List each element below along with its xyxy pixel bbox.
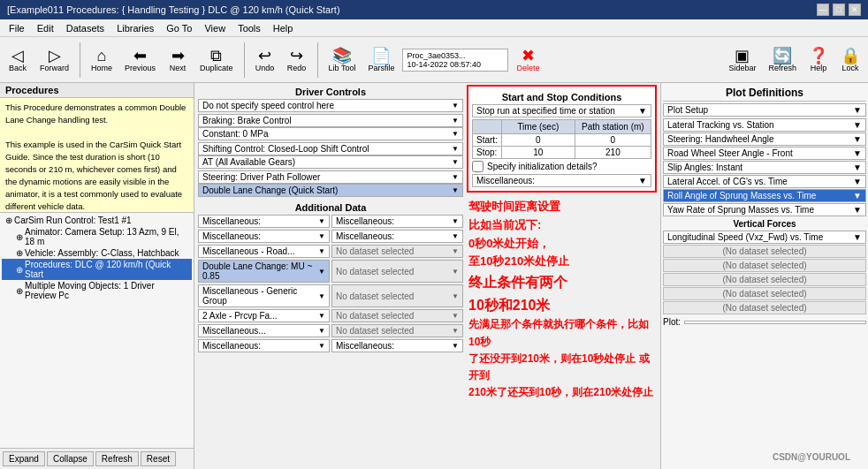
- menu-datasets[interactable]: Datasets: [61, 22, 110, 34]
- plot-yaw-rate[interactable]: Yaw Rate of Sprung Masses vs. Time ▼: [663, 203, 866, 216]
- menu-goto[interactable]: Go To: [161, 22, 197, 34]
- delete-button[interactable]: ✖ Delete: [512, 45, 544, 75]
- redo-button[interactable]: ↪ Redo: [283, 45, 311, 75]
- plot-roll-angle[interactable]: Roll Angle of Sprung Masses vs. Time ▼: [663, 189, 866, 202]
- refresh-button[interactable]: 🔄 Refresh: [764, 45, 801, 75]
- misc-dropdown-1[interactable]: Miscellaneous: ▼: [472, 174, 651, 187]
- home-button[interactable]: ⌂ Home: [87, 45, 117, 75]
- procedures-desc-text: This Procedure demonstrates a common Dou…: [5, 102, 187, 213]
- tree-item-moving-objects[interactable]: ⊕ Multiple Moving Objects: 1 Driver Prev…: [2, 280, 192, 301]
- minimize-button[interactable]: —: [817, 4, 829, 16]
- stop-time-cell[interactable]: [501, 147, 575, 159]
- plot-steering[interactable]: Steering: Handwheel Angle ▼: [663, 132, 866, 146]
- toolbar-sep-1: [80, 42, 80, 78]
- gears-dropdown[interactable]: AT (All Available Gears): [198, 155, 463, 169]
- add-misc-2b[interactable]: Miscellaneous:: [331, 230, 463, 243]
- bottom-misc-a[interactable]: Miscellaneous:: [198, 339, 330, 352]
- title-bar: [Example011 Procedures: { Handling Testi…: [0, 0, 868, 19]
- menu-view[interactable]: View: [199, 22, 231, 34]
- bottom-misc-b[interactable]: Miscellaneous:: [331, 339, 463, 352]
- add-misc-1b[interactable]: Miscellaneous:: [331, 215, 463, 228]
- tree-item-run-control[interactable]: ⊕ CarSim Run Control: Test1 #1: [2, 215, 192, 226]
- speed-control-dropdown[interactable]: Do not specify speed control here: [198, 99, 463, 112]
- lock-button[interactable]: 🔒 Lock: [836, 45, 864, 75]
- start-time-input[interactable]: [503, 135, 574, 145]
- tree-expand-icon: ⊕: [5, 216, 12, 225]
- toolbar-sep-2: [244, 42, 245, 78]
- plot-lateral-accel[interactable]: Lateral Accel. of CG's vs. Time ▼: [663, 175, 866, 188]
- add-2axle[interactable]: 2 Axle - Prcvp Fa...: [198, 309, 330, 322]
- menu-file[interactable]: File: [4, 22, 30, 34]
- back-button[interactable]: ◁ Back: [4, 45, 32, 75]
- expand-button[interactable]: Expand: [3, 451, 45, 466]
- tree-item-animator[interactable]: ⊕ Animator: Camera Setup: 13 Azm, 9 El, …: [2, 226, 192, 247]
- braking-row: Braking: Brake Control Constant: 0 MPa: [198, 114, 463, 140]
- tree-expand-icon-4: ⊕: [16, 265, 23, 275]
- add-misc-2a[interactable]: Miscellaneous:: [198, 230, 330, 243]
- back-icon: ◁: [11, 48, 24, 64]
- add-misc-last[interactable]: Miscellaneous...: [198, 324, 330, 337]
- left-panel-buttons: Expand Collapse Refresh Reset: [0, 448, 194, 469]
- add-misc-5b[interactable]: No dataset selected: [331, 309, 463, 322]
- stop-station-input[interactable]: [576, 148, 650, 157]
- next-button[interactable]: ➡ Next: [164, 45, 192, 75]
- reset-button[interactable]: Reset: [141, 451, 176, 466]
- no-dataset-5: (No dataset selected): [663, 301, 866, 314]
- add-misc-1a[interactable]: Miscellaneous:: [198, 215, 330, 228]
- plot-road-wheel[interactable]: Road Wheel Steer Angle - Front ▼: [663, 147, 866, 160]
- lib-tool-button[interactable]: 📚 Lib Tool: [324, 45, 361, 75]
- maximize-button[interactable]: □: [833, 4, 845, 16]
- add-misc-3b[interactable]: No dataset selected: [331, 245, 463, 258]
- undo-button[interactable]: ↩ Undo: [251, 45, 279, 75]
- start-time-cell[interactable]: [501, 134, 575, 147]
- menu-help[interactable]: Help: [268, 22, 299, 34]
- additional-data-title: Additional Data: [198, 200, 463, 215]
- refresh-tree-button[interactable]: Refresh: [95, 451, 139, 466]
- tree-expand-icon-3: ⊕: [16, 248, 23, 258]
- plot-longitudinal[interactable]: Longitudinal Speed (Vxz_Fwd) vs. Time ▼: [663, 231, 866, 244]
- no-dataset-1: (No dataset selected): [663, 245, 866, 258]
- help-button[interactable]: ❓ Help: [804, 45, 833, 75]
- steering-dropdown[interactable]: Steering: Driver Path Follower: [198, 170, 463, 184]
- parsfile-button[interactable]: 📄 Parsfile: [363, 45, 399, 75]
- center-main: Driver Controls Do not specify speed con…: [194, 83, 660, 469]
- add-misc-road[interactable]: Miscellaneous - Road...: [198, 245, 330, 258]
- plot-lateral-tracking[interactable]: Lateral Tracking vs. Station ▼: [663, 118, 866, 132]
- init-details-checkbox[interactable]: [472, 161, 483, 172]
- add-dlc-b[interactable]: No dataset selected: [331, 260, 463, 283]
- drive-path-dropdown[interactable]: Double Lane Change (Quick Start): [198, 184, 463, 197]
- add-misc-generic[interactable]: Miscellaneous - Generic Group: [198, 284, 330, 307]
- menu-edit[interactable]: Edit: [32, 22, 59, 34]
- collapse-button[interactable]: Collapse: [47, 451, 94, 466]
- start-station-input[interactable]: [576, 135, 650, 145]
- close-button[interactable]: ✕: [849, 4, 861, 16]
- tree-item-vehicle[interactable]: ⊕ Vehicle: Assembly: C-Class, Hatchback: [2, 247, 192, 259]
- plot-definitions-title: Plot Definitions: [663, 85, 866, 102]
- menu-bar: File Edit Datasets Libraries Go To View …: [0, 19, 868, 37]
- tree-expand-icon-2: ⊕: [16, 232, 23, 242]
- stop-condition-dropdown[interactable]: Stop run at specified time or station ▼: [472, 104, 651, 117]
- add-misc-4b[interactable]: No dataset selected: [331, 284, 463, 307]
- start-station-cell[interactable]: [575, 134, 651, 147]
- sidebar-button[interactable]: ▣ Sidebar: [724, 45, 760, 75]
- constant-dropdown[interactable]: Constant: 0 MPa: [198, 127, 463, 140]
- start-label: Start:: [473, 134, 502, 147]
- plot-setup-dropdown[interactable]: Plot Setup ▼: [663, 103, 866, 117]
- shifting-dropdown[interactable]: Shifting Control: Closed-Loop Shift Cont…: [198, 142, 463, 155]
- add-dlc[interactable]: Double Lane Change: MU ~ 0.85: [198, 260, 330, 283]
- forward-button[interactable]: ▷ Forward: [35, 45, 73, 75]
- stop-station-cell[interactable]: [575, 147, 651, 159]
- menu-libraries[interactable]: Libraries: [111, 22, 159, 34]
- plot-definitions-panel: Plot Definitions Plot Setup ▼ Lateral Tr…: [660, 83, 868, 469]
- plot-slip-angles[interactable]: Slip Angles: Instant ▼: [663, 161, 866, 174]
- braking-dropdown[interactable]: Braking: Brake Control: [198, 114, 463, 127]
- plot-input[interactable]: [684, 321, 866, 324]
- add-misc-6b[interactable]: No dataset selected: [331, 324, 463, 337]
- previous-button[interactable]: ⬅ Previous: [120, 45, 160, 75]
- stop-label: Stop:: [473, 147, 502, 159]
- stop-time-input[interactable]: [503, 148, 574, 157]
- tree-item-procedures[interactable]: ⊕ Procedures: DLC @ 120 km/h (Quick Star…: [2, 259, 192, 280]
- no-dataset-2: (No dataset selected): [663, 259, 866, 272]
- duplicate-button[interactable]: ⧉ Duplicate: [195, 45, 238, 75]
- menu-tools[interactable]: Tools: [232, 22, 266, 34]
